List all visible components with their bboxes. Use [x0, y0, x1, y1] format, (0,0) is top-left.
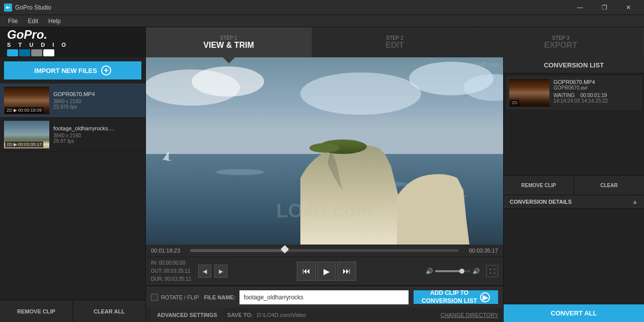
timeline-thumb[interactable] [280, 245, 289, 254]
svg-rect-1 [6, 7, 9, 9]
menu-help[interactable]: Help [43, 17, 66, 26]
volume-thumb[interactable] [459, 269, 464, 274]
svg-text:LO4D.com: LO4D.com [276, 200, 373, 221]
gopro-logo: GoPro. S T U D I O [7, 29, 69, 56]
file-fps-1: 23.976 fps [53, 104, 141, 110]
logo-square-2 [19, 49, 30, 56]
conversion-action-buttons: REMOVE CLIP CLEAR [504, 175, 644, 195]
volume-fill [435, 270, 462, 272]
conversion-details-toggle[interactable]: ▲ [632, 198, 638, 205]
step-1-tab[interactable]: STEP 1 VIEW & TRIM [146, 27, 312, 57]
mark-in-button[interactable]: ◀ [198, 265, 211, 278]
save-to-path: D:\LO4D.com\Video [257, 312, 437, 318]
playback-controls: ⏮ ▶ ⏭ [230, 262, 423, 281]
convert-all-button[interactable]: CONVERT ALL [504, 304, 644, 322]
titlebar: GoPro Studio — ❐ ✕ [0, 0, 644, 15]
minimize-button[interactable]: — [569, 0, 592, 15]
content-area: IMPORT NEW FILES + 2D ▶ 00:00:18:09 GOPR… [0, 57, 644, 322]
file-name-input[interactable] [239, 290, 409, 304]
in-point: IN: 00:00:00:00 [151, 259, 191, 267]
fast-forward-button[interactable]: ⏭ [337, 262, 356, 281]
restore-button[interactable]: ❐ [593, 0, 616, 15]
change-directory-button[interactable]: CHANGE DIRECTORY [440, 312, 498, 318]
file-name-2: footage_oldharryrocks.... [53, 125, 141, 131]
step-2-tab[interactable]: STEP 2 EDIT [312, 27, 478, 57]
save-to-bar: ADVANCED SETTINGS SAVE TO: D:\LO4D.com\V… [146, 308, 503, 322]
conversion-item: 2D GOPR0670.MP4 GOPR0670.avi WAITING 00:… [507, 76, 641, 109]
header-row: GoPro. S T U D I O STEP 1 VIEW & TRIM ST… [0, 27, 644, 57]
remove-clip-button[interactable]: REMOVE CLIP [0, 300, 73, 322]
logo-square-3 [31, 49, 42, 56]
timeline-fill [190, 249, 282, 252]
studio-text: S T U D I O [7, 42, 69, 48]
timeline-track[interactable] [190, 249, 459, 252]
out-point: OUT: 00:03:35:11 [151, 267, 191, 275]
conversion-status: WAITING 00:00:01:19 [553, 93, 638, 98]
conversion-time-range: 14:14:24:03 14:14:25:22 [553, 98, 638, 104]
clear-conv-button[interactable]: CLEAR [574, 176, 644, 195]
file-fps-2: 29.97 fps [53, 138, 141, 144]
conversion-details-header: CONVERSION DETAILS ▲ [504, 195, 644, 209]
import-label: IMPORT NEW FILES [34, 67, 97, 74]
logo-squares [7, 49, 69, 56]
conversion-duration: 00:00:01:19 [581, 93, 607, 98]
video-area: LO4D.com ◆ LO4D.com 00:01:18:23 00:03:35… [146, 57, 503, 322]
controls-bar: IN: 00:00:00:00 OUT: 00:03:35:11 DUR: 00… [146, 257, 503, 285]
logo-square-4 [43, 49, 54, 56]
conversion-filename: GOPR0670.MP4 [553, 79, 638, 85]
conversion-thumbnail: 2D [509, 79, 549, 107]
svg-point-6 [300, 72, 421, 115]
file-duration-2: 00:03:35:17 [18, 142, 42, 147]
fullscreen-button[interactable]: ⛶ [486, 265, 498, 277]
close-button[interactable]: ✕ [617, 0, 640, 15]
conversion-list-header: CONVERSION LIST [504, 57, 644, 73]
list-item[interactable]: 2D ▶ 00:00:18:09 GOPR0670.MP4 3840 x 216… [0, 84, 145, 118]
conversion-panel: CONVERSION LIST 2D GOPR0670.MP4 GOPR0670… [503, 57, 644, 322]
volume-up-icon: 🔊 [472, 268, 480, 275]
rotate-flip-checkbox[interactable] [151, 294, 158, 301]
advanced-settings-button[interactable]: ADVANCED SETTINGS [151, 308, 223, 322]
file-badge-1: 2D ▶ 00:00:18:09 [5, 107, 43, 113]
step-1-number: STEP 1 [220, 35, 237, 41]
window-title: GoPro Studio [15, 4, 569, 11]
import-new-files-button[interactable]: IMPORT NEW FILES + [4, 61, 141, 79]
play-pause-button[interactable]: ▶ [317, 262, 336, 281]
conversion-output: GOPR0670.avi [553, 85, 638, 91]
add-circle-icon: ▶ [480, 292, 490, 302]
clear-all-button[interactable]: CLEAR ALL [73, 300, 145, 322]
step-3-tab[interactable]: STEP 3 EXPORT [478, 27, 644, 57]
step-2-number: STEP 2 [386, 35, 403, 41]
export-panel: ROTATE / FLIP FILE NAME: ADD CLIP TOCONV… [146, 285, 503, 322]
step-3-number: STEP 3 [552, 35, 569, 41]
file-thumbnail-1: 2D ▶ 00:00:18:09 [4, 87, 49, 114]
logo-area: GoPro. S T U D I O [0, 27, 146, 57]
svg-point-10 [216, 169, 264, 175]
step-3-name: EXPORT [544, 41, 578, 50]
svg-rect-2 [9, 7, 10, 8]
sidebar: IMPORT NEW FILES + 2D ▶ 00:00:18:09 GOPR… [0, 57, 146, 322]
add-clip-to-conversion-list-button[interactable]: ADD CLIP TOCONVERSION LIST ▶ [414, 290, 498, 304]
import-plus-icon: + [101, 65, 111, 75]
conversion-list-content: 2D GOPR0670.MP4 GOPR0670.avi WAITING 00:… [504, 73, 644, 175]
mark-out-button[interactable]: ▶ [214, 265, 227, 278]
window-controls: — ❐ ✕ [569, 0, 640, 15]
rewind-button[interactable]: ⏮ [297, 262, 316, 281]
file-name-1: GOPR0670.MP4 [53, 91, 141, 97]
save-to-label: SAVE TO: [227, 312, 253, 318]
total-time: 00:03:35:17 [463, 248, 498, 254]
sidebar-bottom-buttons: REMOVE CLIP CLEAR ALL [0, 300, 145, 322]
bottom-panel: ROTATE / FLIP FILE NAME: ADD CLIP TOCONV… [146, 286, 503, 308]
timeline-bar: 00:01:18:23 00:03:35:17 [146, 245, 503, 257]
app-icon [4, 4, 12, 12]
volume-slider[interactable] [435, 270, 470, 272]
menu-edit[interactable]: Edit [23, 17, 43, 26]
list-item[interactable]: 2D ▶ 00:03:35:17 footage_oldharryrocks..… [0, 118, 145, 152]
duration-point: DUR: 00:03:35:11 [151, 275, 191, 283]
remove-clip-conv-button[interactable]: REMOVE CLIP [504, 176, 574, 195]
menu-file[interactable]: File [3, 17, 23, 26]
video-content: LO4D.com [146, 57, 503, 245]
volume-icon: 🔊 [426, 268, 433, 275]
in-out-info: IN: 00:00:00:00 OUT: 00:03:35:11 DUR: 00… [151, 259, 191, 283]
file-badge-2: 2D ▶ 00:03:35:17 [5, 141, 43, 147]
filename-group: FILE NAME: [204, 290, 409, 304]
